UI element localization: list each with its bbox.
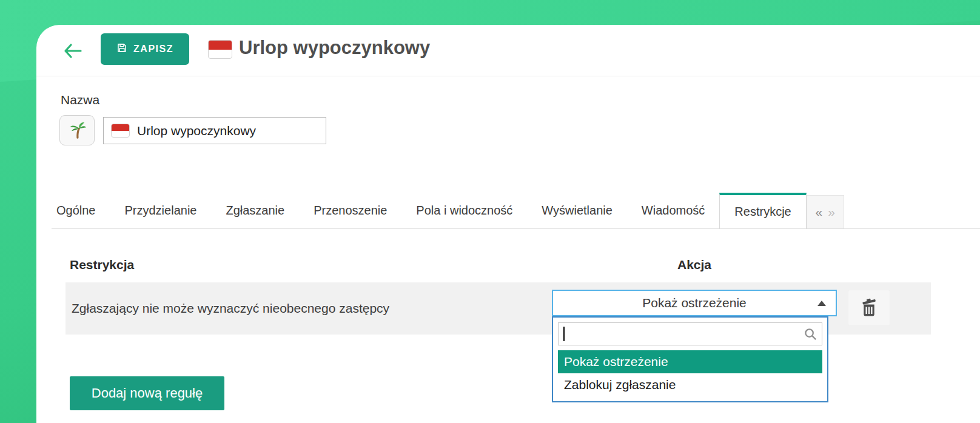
dropdown-search-input[interactable] [559, 323, 822, 345]
arrow-left-icon [62, 42, 83, 62]
tab-wiadomosc[interactable]: Wiadomość [627, 193, 719, 228]
tab-zglaszanie[interactable]: Zgłaszanie [211, 193, 299, 228]
column-header-action: Akcja [552, 258, 837, 272]
magnifier-icon [804, 327, 817, 344]
tab-pola-i-widocznosc[interactable]: Pola i widoczność [401, 193, 527, 228]
tab-przenoszenie[interactable]: Przenoszenie [299, 193, 401, 228]
app-card: ZAPISZ Urlop wypoczynkowy Nazwa [36, 25, 980, 423]
restriction-text: Zgłaszający nie może wyznaczyć nieobecne… [72, 301, 389, 316]
palm-tree-icon [67, 119, 87, 142]
action-select-value: Pokaż ostrzeżenie [642, 296, 747, 310]
name-field-label: Nazwa [61, 93, 99, 107]
name-input-field[interactable] [136, 123, 318, 139]
caret-up-icon [817, 301, 826, 306]
emoji-picker-button[interactable] [59, 115, 95, 145]
tab-bar: Ogólne Przydzielanie Zgłaszanie Przenosz… [52, 193, 980, 229]
poland-flag-icon [208, 40, 232, 61]
name-input[interactable] [103, 117, 326, 144]
dropdown-options: Pokaż ostrzeżenie Zablokuj zgłaszanie [558, 350, 822, 396]
dropdown-option-zablokuj-zglaszanie[interactable]: Zablokuj zgłaszanie [558, 373, 822, 396]
tab-restrykcje[interactable]: Restrykcje [719, 193, 806, 229]
add-rule-button[interactable]: Dodaj nową regułę [70, 376, 224, 410]
tab-wyswietlanie[interactable]: Wyświetlanie [527, 193, 627, 228]
floppy-disk-icon [116, 42, 127, 56]
tab-przydzielanie[interactable]: Przydzielanie [110, 193, 212, 228]
tab-ogolne[interactable]: Ogólne [52, 193, 110, 228]
page-title: Urlop wypoczynkowy [239, 37, 430, 59]
save-button-label: ZAPISZ [133, 44, 173, 55]
trash-icon [858, 296, 880, 320]
tab-scroll-prev-icon[interactable]: « [816, 205, 823, 219]
action-dropdown-panel: Pokaż ostrzeżenie Zablokuj zgłaszanie [552, 316, 828, 402]
action-select[interactable]: Pokaż ostrzeżenie [552, 290, 837, 316]
dropdown-search[interactable] [558, 322, 822, 345]
tab-scroll-next-icon[interactable]: » [828, 205, 835, 219]
header-divider [36, 76, 980, 76]
delete-rule-button[interactable] [848, 290, 890, 326]
save-button[interactable]: ZAPISZ [101, 33, 189, 65]
dropdown-option-pokaz-ostrzezenie[interactable]: Pokaż ostrzeżenie [558, 350, 822, 373]
back-button[interactable] [61, 40, 85, 63]
poland-flag-icon [111, 124, 130, 138]
screen: ZAPISZ Urlop wypoczynkowy Nazwa [0, 0, 980, 423]
tab-scroll-buttons: « » [807, 195, 844, 228]
text-cursor [563, 327, 565, 341]
column-header-restriction: Restrykcja [70, 258, 134, 272]
